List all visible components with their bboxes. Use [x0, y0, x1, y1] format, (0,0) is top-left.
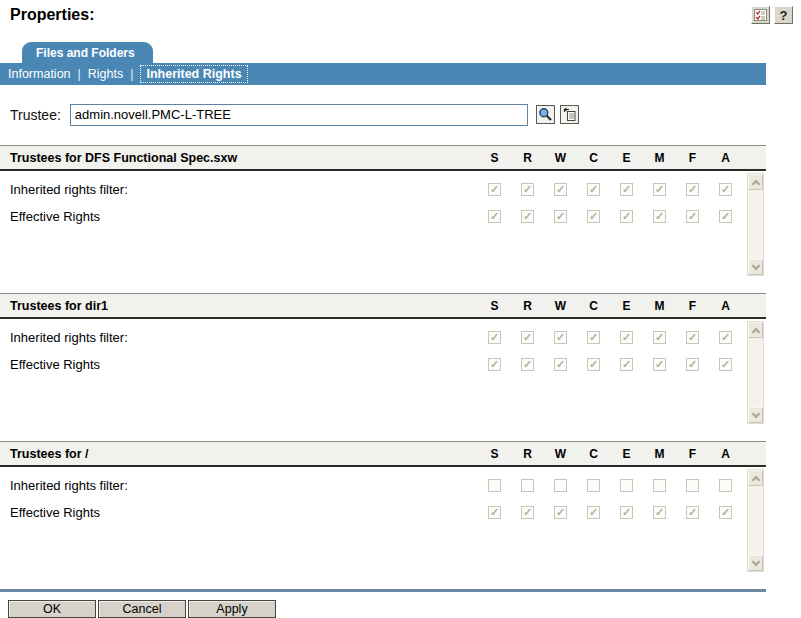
rights-column-header: A	[709, 299, 742, 313]
rights-checkbox[interactable]	[686, 479, 699, 492]
rights-checkbox[interactable]	[686, 506, 699, 519]
nav-item-rights[interactable]: Rights	[88, 67, 123, 81]
cancel-button[interactable]: Cancel	[98, 600, 186, 618]
rights-cell	[676, 210, 709, 223]
object-history-button[interactable]	[560, 105, 579, 124]
rights-checkbox[interactable]	[719, 210, 732, 223]
rights-checkbox[interactable]	[653, 210, 666, 223]
chevron-down-icon	[751, 557, 759, 565]
scroll-up-button[interactable]	[748, 174, 763, 190]
section-scrollbar[interactable]	[747, 173, 764, 276]
scroll-down-button[interactable]	[748, 407, 763, 423]
rights-checkbox[interactable]	[488, 479, 501, 492]
rights-checkbox[interactable]	[719, 183, 732, 196]
tab-files-and-folders[interactable]: Files and Folders	[22, 42, 153, 64]
rights-checkbox[interactable]	[554, 358, 567, 371]
rights-cell	[544, 183, 577, 196]
rights-checkbox[interactable]	[554, 183, 567, 196]
trustees-sections: Trustees for DFS Functional Spec.sxwSRWC…	[0, 145, 766, 574]
rights-row-label: Effective Rights	[0, 357, 100, 372]
rights-checkbox[interactable]	[653, 331, 666, 344]
rights-checkbox[interactable]	[719, 358, 732, 371]
rights-checkbox[interactable]	[587, 358, 600, 371]
rights-cell	[709, 331, 742, 344]
rights-cell	[577, 506, 610, 519]
section-scrollbar[interactable]	[747, 469, 764, 572]
rights-checkbox[interactable]	[488, 183, 501, 196]
rights-checkbox[interactable]	[653, 506, 666, 519]
nav-separator: |	[130, 67, 133, 81]
rights-checkbox[interactable]	[686, 210, 699, 223]
rights-checkbox[interactable]	[653, 358, 666, 371]
nav-item-inherited-rights[interactable]: Inherited Rights	[140, 65, 247, 83]
rights-checkbox[interactable]	[521, 358, 534, 371]
scroll-up-button[interactable]	[748, 470, 763, 486]
rights-checkbox[interactable]	[488, 210, 501, 223]
rights-column-header: A	[709, 447, 742, 461]
rights-checkbox[interactable]	[587, 479, 600, 492]
rights-cell	[676, 331, 709, 344]
section-scrollbar[interactable]	[747, 321, 764, 424]
search-icon	[538, 107, 553, 122]
trustee-input[interactable]	[70, 104, 528, 126]
rights-column-header: A	[709, 151, 742, 165]
rights-cell	[478, 331, 511, 344]
rights-row-label: Effective Rights	[0, 209, 100, 224]
apply-button[interactable]: Apply	[188, 600, 276, 618]
rights-column-header: M	[643, 299, 676, 313]
rights-cell	[610, 506, 643, 519]
tasklist-icon-button[interactable]	[751, 6, 770, 24]
rights-checkbox[interactable]	[521, 210, 534, 223]
rights-checkbox[interactable]	[521, 183, 534, 196]
rights-checkbox[interactable]	[587, 183, 600, 196]
rights-cell	[478, 358, 511, 371]
object-selector-button[interactable]	[536, 105, 555, 124]
rights-checkbox[interactable]	[620, 506, 633, 519]
rights-checkbox[interactable]	[554, 331, 567, 344]
rights-column-header: M	[643, 447, 676, 461]
window-controls: ?	[751, 6, 793, 24]
rights-checkbox[interactable]	[719, 479, 732, 492]
rights-checkbox[interactable]	[488, 331, 501, 344]
rights-checkbox[interactable]	[521, 331, 534, 344]
rights-checkbox[interactable]	[686, 358, 699, 371]
rights-row-label: Inherited rights filter:	[0, 182, 128, 197]
rights-row: Inherited rights filter:	[0, 324, 766, 351]
rights-checkbox[interactable]	[521, 479, 534, 492]
section-body: Inherited rights filter:Effective Rights	[0, 171, 766, 278]
rights-checkbox[interactable]	[620, 210, 633, 223]
ok-button[interactable]: OK	[8, 600, 96, 618]
rights-column-header: R	[511, 299, 544, 313]
chevron-up-icon	[751, 179, 759, 187]
scroll-down-button[interactable]	[748, 555, 763, 571]
rights-checkbox[interactable]	[587, 331, 600, 344]
rights-checkbox[interactable]	[554, 506, 567, 519]
rights-cell	[544, 506, 577, 519]
rights-checkbox[interactable]	[521, 506, 534, 519]
rights-checkbox[interactable]	[488, 358, 501, 371]
scroll-down-button[interactable]	[748, 259, 763, 275]
nav-item-information[interactable]: Information	[8, 67, 71, 81]
rights-checkbox[interactable]	[719, 506, 732, 519]
scroll-up-button[interactable]	[748, 322, 763, 338]
section-body: Inherited rights filter:Effective Rights	[0, 467, 766, 574]
rights-checkbox[interactable]	[620, 183, 633, 196]
rights-checkbox[interactable]	[587, 210, 600, 223]
rights-checkbox[interactable]	[653, 183, 666, 196]
rights-checkbox[interactable]	[686, 331, 699, 344]
rights-checkbox[interactable]	[620, 331, 633, 344]
rights-cell	[643, 479, 676, 492]
rights-column-header: F	[676, 447, 709, 461]
footer-divider	[0, 589, 766, 592]
rights-checkbox[interactable]	[719, 331, 732, 344]
rights-checkbox[interactable]	[620, 358, 633, 371]
rights-checkbox[interactable]	[554, 210, 567, 223]
rights-checkbox[interactable]	[554, 479, 567, 492]
rights-checkbox[interactable]	[587, 506, 600, 519]
rights-checkbox[interactable]	[620, 479, 633, 492]
rights-cell	[478, 210, 511, 223]
help-icon-button[interactable]: ?	[774, 6, 793, 24]
rights-checkbox[interactable]	[488, 506, 501, 519]
rights-checkbox[interactable]	[653, 479, 666, 492]
rights-checkbox[interactable]	[686, 183, 699, 196]
